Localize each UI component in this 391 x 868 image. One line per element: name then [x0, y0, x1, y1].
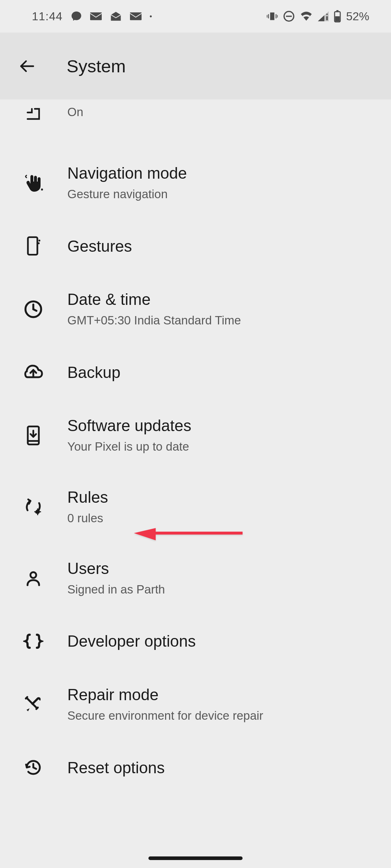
status-left: 11:44 •: [32, 10, 152, 23]
vibrate-icon: [266, 11, 278, 21]
item-content: Gestures: [67, 236, 375, 256]
battery-percent: 52%: [346, 10, 369, 23]
item-title: Navigation mode: [67, 163, 375, 183]
chat-icon: [71, 10, 82, 22]
item-subtitle: Secure environment for device repair: [67, 707, 375, 724]
svg-point-9: [326, 14, 328, 15]
dot-icon: •: [150, 12, 152, 21]
svg-point-21: [30, 572, 36, 578]
item-title: Rules: [67, 487, 375, 507]
list-item-rules[interactable]: Rules 0 rules: [0, 471, 391, 542]
item-content: Reset options: [67, 758, 375, 778]
list-item-date-time[interactable]: Date & time GMT+05:30 India Standard Tim…: [0, 273, 391, 345]
item-subtitle: Signed in as Parth: [67, 581, 375, 598]
svg-rect-4: [267, 15, 268, 18]
item-title: Backup: [67, 362, 375, 382]
item-content: Date & time GMT+05:30 India Standard Tim…: [67, 289, 375, 329]
svg-point-20: [35, 510, 40, 514]
item-title: Software updates: [67, 416, 375, 435]
item-subtitle: GMT+05:30 India Standard Time: [67, 312, 375, 329]
item-content: On: [67, 102, 375, 120]
battery-icon: [334, 10, 341, 22]
list-item-backup[interactable]: Backup: [0, 345, 391, 400]
item-title: Repair mode: [67, 685, 375, 705]
automation-icon: [22, 495, 45, 518]
email-icon: [90, 11, 102, 21]
braces-icon: [22, 630, 45, 653]
signal-icon: [318, 11, 329, 21]
app-bar: System: [0, 33, 391, 99]
phone-sparkle-icon: [22, 234, 45, 258]
item-title: Gestures: [67, 236, 375, 256]
item-subtitle: On: [67, 104, 375, 120]
status-right: 52%: [266, 10, 369, 23]
list-item-partial[interactable]: On: [0, 99, 391, 141]
open-envelope-icon: [110, 11, 122, 22]
svg-rect-5: [277, 15, 278, 18]
cloud-upload-icon: [22, 361, 45, 384]
item-title: Reset options: [67, 758, 375, 778]
dnd-icon: [283, 10, 295, 22]
item-subtitle: Gesture navigation: [67, 186, 375, 203]
item-subtitle: Your Pixel is up to date: [67, 438, 375, 455]
page-title: System: [67, 56, 126, 76]
list-item-navigation-mode[interactable]: Navigation mode Gesture navigation: [0, 141, 391, 218]
list-item-repair-mode[interactable]: Repair mode Secure environment for devic…: [0, 669, 391, 740]
item-content: Navigation mode Gesture navigation: [67, 163, 375, 203]
svg-rect-11: [336, 10, 339, 12]
item-content: Software updates Your Pixel is up to dat…: [67, 416, 375, 455]
svg-rect-1: [130, 12, 142, 20]
list-item-reset-options[interactable]: Reset options: [0, 740, 391, 795]
clock-icon: [22, 298, 45, 321]
item-subtitle: 0 rules: [67, 510, 375, 527]
item-content: Rules 0 rules: [67, 487, 375, 527]
history-icon: [22, 756, 45, 779]
item-title: Date & time: [67, 289, 375, 309]
nav-bar-indicator[interactable]: [148, 856, 243, 860]
list-item-developer-options[interactable]: Developer options: [0, 614, 391, 669]
svg-rect-12: [335, 16, 340, 21]
list-item-software-updates[interactable]: Software updates Your Pixel is up to dat…: [0, 400, 391, 471]
item-title: Users: [67, 558, 375, 578]
svg-rect-3: [276, 14, 276, 18]
wifi-icon: [300, 11, 313, 22]
phone-download-icon: [22, 424, 45, 447]
status-time: 11:44: [32, 10, 63, 23]
item-title: Developer options: [67, 631, 375, 651]
back-button[interactable]: [16, 55, 38, 77]
svg-rect-14: [28, 237, 37, 255]
item-content: Repair mode Secure environment for devic…: [67, 685, 375, 724]
svg-rect-8: [326, 16, 328, 20]
hand-icon: [22, 171, 45, 195]
status-bar: 11:44 • 52%: [0, 0, 391, 33]
list-item-users[interactable]: Users Signed in as Parth: [0, 542, 391, 614]
svg-rect-2: [268, 14, 269, 18]
item-content: Developer options: [67, 631, 375, 651]
svg-rect-0: [90, 12, 102, 20]
item-content: Users Signed in as Parth: [67, 558, 375, 598]
mail-icon-2: [130, 11, 142, 21]
user-icon: [22, 566, 45, 590]
cast-icon: [22, 102, 45, 125]
list-item-gestures[interactable]: Gestures: [0, 218, 391, 273]
tools-icon: [22, 693, 45, 716]
settings-list: On Navigation mode Gesture navigation Ge…: [0, 99, 391, 795]
item-content: Backup: [67, 362, 375, 382]
